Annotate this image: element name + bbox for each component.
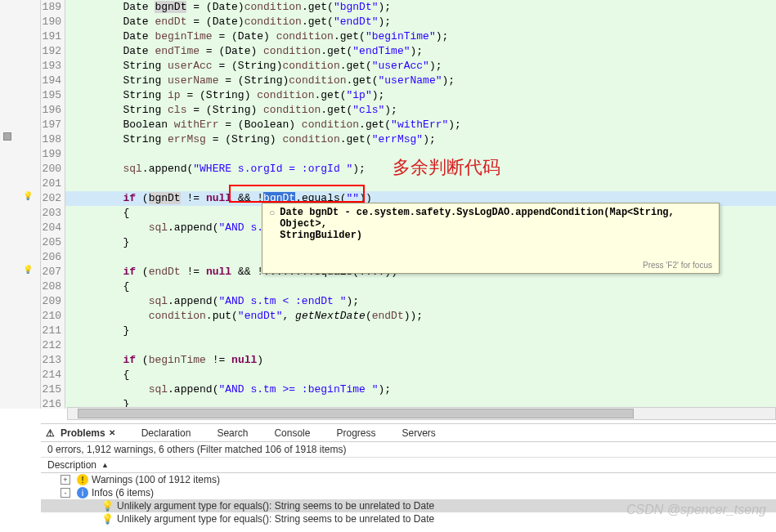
- line-number: 201: [41, 177, 61, 191]
- tab-servers[interactable]: Servers: [387, 427, 435, 439]
- line-number: 194: [41, 74, 61, 88]
- problems-summary: 0 errors, 1,912 warnings, 6 others (Filt…: [41, 442, 776, 458]
- problems-tree[interactable]: +! Warnings (100 of 1912 items)-i Infos …: [41, 473, 776, 525]
- expand-icon[interactable]: +: [61, 475, 70, 485]
- console-icon: [259, 427, 271, 439]
- tab-label: Problems: [61, 427, 105, 439]
- line-number: 197: [41, 118, 61, 132]
- problem-message: Unlikely argument type for equals(): Str…: [117, 513, 434, 525]
- code-editor[interactable]: Date bgnDt = (Date)condition.get("bgnDt"…: [65, 0, 776, 409]
- scrollbar-thumb[interactable]: [78, 409, 634, 418]
- line-number: 205: [41, 235, 61, 250]
- tab-label: Progress: [336, 427, 375, 439]
- code-line[interactable]: condition.put("endDt", getNextDate(endDt…: [65, 309, 776, 324]
- line-number: 193: [41, 59, 61, 74]
- declaration-icon: [127, 427, 138, 439]
- line-number: 214: [41, 368, 61, 382]
- bulb-icon: 💡: [101, 500, 114, 512]
- search-icon: [202, 427, 213, 439]
- line-number: 216: [41, 397, 61, 412]
- bulb-icon: 💡: [101, 513, 114, 525]
- code-line[interactable]: sql.append("AND s.tm >= :beginTime ");: [65, 382, 776, 397]
- problem-message: Unlikely argument type for equals(): Str…: [117, 500, 434, 512]
- line-number: 213: [41, 353, 61, 368]
- collapse-icon[interactable]: -: [61, 488, 70, 498]
- code-line[interactable]: {: [65, 279, 776, 294]
- line-number: 195: [41, 88, 61, 103]
- tab-progress[interactable]: Progress: [321, 427, 375, 439]
- line-number: 211: [41, 324, 61, 338]
- view-tabs: ⚠Problems✕DeclarationSearchConsoleProgre…: [41, 424, 776, 442]
- tooltip-hint: Press 'F2' for focus: [269, 241, 712, 270]
- tab-label: Servers: [401, 427, 435, 439]
- line-number: 208: [41, 279, 61, 294]
- tab-label: Console: [274, 427, 310, 439]
- line-number: 204: [41, 221, 61, 235]
- tree-row[interactable]: -i Infos (6 items): [41, 486, 776, 499]
- tab-search[interactable]: Search: [202, 427, 248, 439]
- sort-arrow-icon: ▲: [101, 461, 109, 469]
- line-number: 199: [41, 147, 61, 162]
- tab-label: Declaration: [141, 427, 191, 439]
- line-number: 209: [41, 294, 61, 309]
- watermark: CSDN @spencer_tseng: [626, 503, 766, 517]
- group-label: Warnings (100 of 1912 items): [92, 474, 220, 485]
- code-line[interactable]: Date bgnDt = (Date)condition.get("bgnDt"…: [65, 0, 776, 15]
- warning-icon: !: [77, 474, 88, 485]
- line-number: 203: [41, 206, 61, 221]
- marker-bar: 💡 💡: [0, 0, 41, 409]
- code-line[interactable]: String errMsg = (String) condition.get("…: [65, 132, 776, 147]
- code-line[interactable]: Boolean withErr = (Boolean) condition.ge…: [65, 118, 776, 132]
- line-number: 200: [41, 162, 61, 177]
- code-line[interactable]: String userName = (String)condition.get(…: [65, 74, 776, 88]
- code-line[interactable]: {: [65, 368, 776, 382]
- quickfix-marker[interactable]: 💡: [23, 265, 36, 278]
- line-number: 189: [41, 0, 61, 15]
- quickfix-marker[interactable]: 💡: [23, 191, 36, 204]
- annotation-text: 多余判断代码: [392, 155, 500, 180]
- line-number: 202: [41, 191, 61, 206]
- line-number: 190: [41, 15, 61, 29]
- code-line[interactable]: String userAcc = (String)condition.get("…: [65, 59, 776, 74]
- tab-console[interactable]: Console: [259, 427, 310, 439]
- code-line[interactable]: sql.append("AND s.tm < :endDt ");: [65, 294, 776, 309]
- line-number: 212: [41, 338, 61, 353]
- code-line[interactable]: Date beginTime = (Date) condition.get("b…: [65, 29, 776, 44]
- column-header-description[interactable]: Description ▲: [41, 458, 776, 473]
- code-line[interactable]: }: [65, 324, 776, 338]
- code-line[interactable]: Date endTime = (Date) condition.get("end…: [65, 44, 776, 59]
- code-line[interactable]: String ip = (String) condition.get("ip")…: [65, 88, 776, 103]
- info-icon: i: [77, 487, 88, 498]
- tab-declaration[interactable]: Declaration: [127, 427, 191, 439]
- tooltip-line2: StringBuilder): [280, 230, 712, 241]
- tab-problems[interactable]: ⚠Problems✕: [46, 427, 115, 439]
- code-line[interactable]: if (beginTime != null): [65, 353, 776, 368]
- tab-label: Search: [217, 427, 248, 439]
- line-number: 206: [41, 250, 61, 265]
- line-number: 191: [41, 29, 61, 44]
- code-line[interactable]: [65, 338, 776, 353]
- line-number: 210: [41, 309, 61, 324]
- code-line[interactable]: Date endDt = (Date)condition.get("endDt"…: [65, 15, 776, 29]
- hover-tooltip: ○ Date bgnDt - ce.system.safety.SysLogDA…: [262, 203, 720, 274]
- servers-icon: [387, 427, 398, 439]
- fold-marker[interactable]: [3, 132, 11, 141]
- progress-icon: [321, 427, 333, 439]
- line-number: 198: [41, 132, 61, 147]
- line-number: 192: [41, 44, 61, 59]
- tree-row[interactable]: +! Warnings (100 of 1912 items): [41, 473, 776, 486]
- horizontal-scrollbar[interactable]: [67, 407, 776, 420]
- close-icon[interactable]: ✕: [109, 428, 115, 437]
- editor-area: 💡 💡 189190191192193194195196197198199200…: [0, 0, 776, 409]
- line-number: 207: [41, 265, 61, 279]
- line-number: 196: [41, 103, 61, 118]
- red-highlight-box: [229, 185, 365, 203]
- problems-icon: ⚠: [46, 427, 57, 439]
- tooltip-line1: Date bgnDt - ce.system.safety.SysLogDAO.…: [280, 207, 712, 230]
- line-number: 215: [41, 382, 61, 397]
- info-icon: ○: [269, 207, 275, 241]
- line-number-gutter: 1891901911921931941951961971981992002012…: [41, 0, 65, 409]
- group-label: Infos (6 items): [92, 487, 154, 498]
- code-line[interactable]: String cls = (String) condition.get("cls…: [65, 103, 776, 118]
